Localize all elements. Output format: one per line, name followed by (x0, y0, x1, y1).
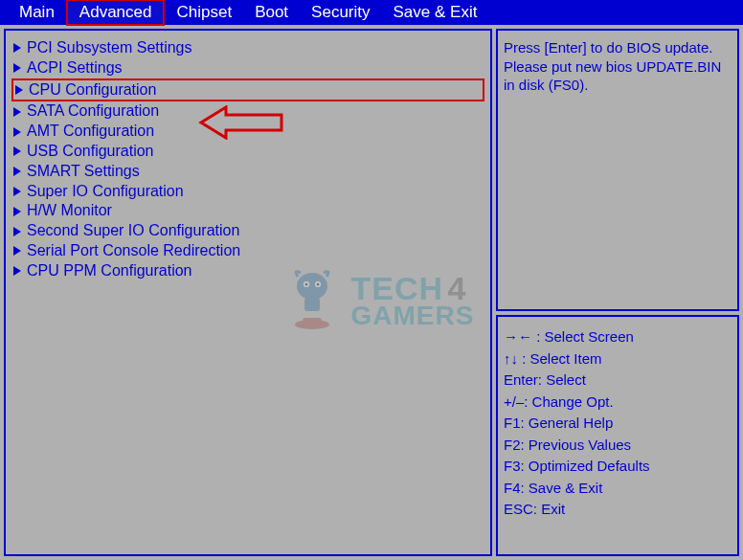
keyboard-help-line: →← : Select Screen (504, 326, 732, 348)
help-description-panel: Press [Enter] to do BIOS update.Please p… (496, 29, 739, 311)
help-description-line: Press [Enter] to do BIOS update. (504, 38, 732, 57)
left-panel: TECH 4 GAMERS PCI Subsystem SettingsACPI… (4, 29, 492, 556)
triangle-right-icon (13, 266, 21, 276)
watermark-text-gamers: GAMERS (350, 303, 474, 327)
keyboard-help-panel: →← : Select Screen↑↓ : Select ItemEnter:… (496, 315, 739, 556)
triangle-right-icon (13, 107, 21, 117)
menu-tab-save-exit[interactable]: Save & Exit (382, 1, 489, 24)
submenu-item-cpu-ppm-configuration[interactable]: CPU PPM Configuration (11, 261, 484, 281)
submenu-item-second-super-io-configuration[interactable]: Second Super IO Configuration (11, 221, 484, 241)
submenu-item-label: SMART Settings (27, 162, 140, 182)
keyboard-help-line: F2: Previous Values (504, 435, 732, 457)
submenu-item-label: Second Super IO Configuration (27, 221, 239, 241)
triangle-right-icon (13, 43, 21, 53)
triangle-right-icon (13, 246, 21, 256)
keyboard-help-line: ↑↓ : Select Item (504, 348, 732, 370)
submenu-item-label: PCI Subsystem Settings (27, 38, 192, 58)
menu-tab-main[interactable]: Main (8, 1, 66, 24)
submenu-item-sata-configuration[interactable]: SATA Configuration (11, 101, 484, 122)
submenu-item-label: USB Configuration (27, 142, 154, 162)
submenu-item-label: SATA Configuration (27, 101, 159, 122)
svg-point-2 (315, 281, 321, 287)
submenu-item-h-w-monitor[interactable]: H/W Monitor (11, 201, 484, 221)
submenu-item-usb-configuration[interactable]: USB Configuration (11, 142, 484, 162)
submenu-item-label: H/W Monitor (27, 201, 112, 221)
menubar: MainAdvancedChipsetBootSecuritySave & Ex… (0, 0, 743, 25)
svg-rect-5 (304, 298, 320, 311)
triangle-right-icon (15, 85, 23, 95)
triangle-right-icon (13, 207, 21, 216)
right-column: Press [Enter] to do BIOS update.Please p… (496, 29, 739, 556)
svg-point-1 (304, 281, 309, 287)
submenu-item-serial-port-console-redirection[interactable]: Serial Port Console Redirection (11, 241, 484, 261)
submenu-item-cpu-configuration[interactable]: CPU Configuration (11, 78, 484, 102)
keyboard-help-line: +/–: Change Opt. (504, 392, 732, 414)
svg-point-4 (317, 283, 320, 286)
keyboard-help-line: F3: Optimized Defaults (504, 456, 732, 478)
keyboard-help-line: F4: Save & Exit (504, 478, 732, 500)
content-area: TECH 4 GAMERS PCI Subsystem SettingsACPI… (0, 25, 743, 560)
help-description-line: Please put new bios UPDATE.BIN in disk (… (504, 57, 732, 95)
menu-tab-advanced[interactable]: Advanced (66, 0, 166, 26)
submenu-item-label: ACPI Settings (27, 58, 123, 78)
svg-point-3 (305, 283, 308, 286)
submenu-item-label: CPU Configuration (29, 80, 156, 101)
submenu-item-label: CPU PPM Configuration (27, 261, 192, 281)
svg-rect-7 (303, 318, 322, 325)
triangle-right-icon (13, 167, 21, 176)
submenu-item-label: Super IO Configuration (27, 182, 184, 202)
menu-tab-security[interactable]: Security (300, 1, 381, 24)
submenu-item-super-io-configuration[interactable]: Super IO Configuration (11, 182, 484, 202)
submenu-item-smart-settings[interactable]: SMART Settings (11, 162, 484, 182)
submenu-item-label: AMT Configuration (27, 122, 154, 142)
keyboard-help-line: ESC: Exit (504, 499, 732, 521)
triangle-right-icon (13, 63, 21, 73)
keyboard-help-line: F1: General Help (504, 413, 732, 435)
submenu-item-acpi-settings[interactable]: ACPI Settings (11, 58, 484, 78)
triangle-right-icon (13, 127, 21, 137)
keyboard-help-line: Enter: Select (504, 370, 732, 392)
menu-tab-chipset[interactable]: Chipset (165, 1, 243, 24)
svg-point-6 (295, 320, 329, 329)
submenu-item-pci-subsystem-settings[interactable]: PCI Subsystem Settings (11, 38, 484, 58)
submenu-item-amt-configuration[interactable]: AMT Configuration (11, 122, 484, 142)
triangle-right-icon (13, 227, 21, 236)
triangle-right-icon (13, 187, 21, 196)
menu-tab-boot[interactable]: Boot (243, 1, 300, 24)
submenu-item-label: Serial Port Console Redirection (27, 241, 240, 261)
triangle-right-icon (13, 146, 21, 156)
